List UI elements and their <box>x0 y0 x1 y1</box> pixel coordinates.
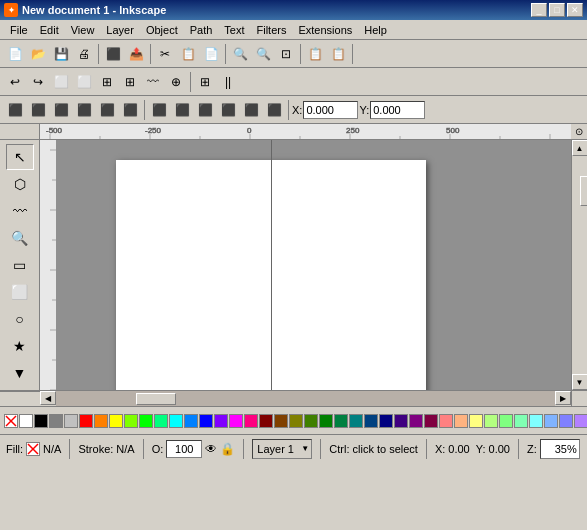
color-swatch[interactable] <box>79 414 93 428</box>
align-center-v[interactable]: ⬛ <box>240 99 262 121</box>
scroll-up-button[interactable]: ▲ <box>572 140 588 156</box>
menu-help[interactable]: Help <box>358 22 393 38</box>
color-swatch[interactable] <box>379 414 393 428</box>
export-button[interactable]: 📤 <box>125 43 147 65</box>
menu-path[interactable]: Path <box>184 22 219 38</box>
color-swatch[interactable] <box>454 414 468 428</box>
color-swatch[interactable] <box>394 414 408 428</box>
align-center-h[interactable]: ⬛ <box>171 99 193 121</box>
color-swatch[interactable] <box>229 414 243 428</box>
menu-file[interactable]: File <box>4 22 34 38</box>
cut-button[interactable]: ✂ <box>154 43 176 65</box>
star-tool-btn[interactable]: ★ <box>6 333 34 359</box>
print-button[interactable]: 🖨 <box>73 43 95 65</box>
color-swatch[interactable] <box>469 414 483 428</box>
color-swatch[interactable] <box>529 414 543 428</box>
menu-layer[interactable]: Layer <box>100 22 140 38</box>
color-swatch[interactable] <box>364 414 378 428</box>
tweak-tool-btn[interactable]: 〰 <box>6 198 34 224</box>
color-swatch[interactable] <box>19 414 33 428</box>
copy-button[interactable]: 📋 <box>177 43 199 65</box>
opacity-input[interactable] <box>166 440 202 458</box>
menu-filters[interactable]: Filters <box>251 22 293 38</box>
view-guides[interactable]: || <box>217 71 239 93</box>
color-swatch[interactable] <box>574 414 587 428</box>
scrollbar-vertical[interactable]: ▲ ▼ <box>571 140 587 390</box>
color-swatch[interactable] <box>244 414 258 428</box>
snap-nodes[interactable]: ↪ <box>27 71 49 93</box>
minimize-button[interactable]: _ <box>531 3 547 17</box>
y-coord-input[interactable] <box>370 101 425 119</box>
layer-selector[interactable]: Layer 1 ▼ <box>252 439 312 459</box>
menu-text[interactable]: Text <box>218 22 250 38</box>
menu-object[interactable]: Object <box>140 22 184 38</box>
view-grid[interactable]: ⊞ <box>194 71 216 93</box>
color-swatch[interactable] <box>289 414 303 428</box>
snap-grid[interactable]: ⊞ <box>119 71 141 93</box>
window-controls[interactable]: _ □ ✕ <box>531 3 583 17</box>
duplicate-button[interactable]: 📋 <box>304 43 326 65</box>
snap-path[interactable]: 〰 <box>142 71 164 93</box>
maximize-button[interactable]: □ <box>549 3 565 17</box>
raise-top-button[interactable]: ⬛ <box>96 99 118 121</box>
select-tool-btn[interactable]: ↖ <box>6 144 34 170</box>
color-swatch[interactable] <box>34 414 48 428</box>
color-swatch[interactable] <box>109 414 123 428</box>
lower-button[interactable]: ⬛ <box>73 99 95 121</box>
color-swatch[interactable] <box>94 414 108 428</box>
rect-tool-btn[interactable]: ▭ <box>6 252 34 278</box>
color-swatch[interactable] <box>409 414 423 428</box>
color-swatch[interactable] <box>544 414 558 428</box>
lock-icon[interactable]: 🔒 <box>220 442 235 456</box>
color-swatch[interactable] <box>169 414 183 428</box>
color-swatch[interactable] <box>559 414 573 428</box>
snap-indicator[interactable]: ⊙ <box>575 126 583 137</box>
color-swatch[interactable] <box>154 414 168 428</box>
paste-button[interactable]: 📄 <box>200 43 222 65</box>
color-swatch[interactable] <box>139 414 153 428</box>
import-button[interactable]: ⬛ <box>102 43 124 65</box>
align-top[interactable]: ⬛ <box>217 99 239 121</box>
zoom-fit-button[interactable]: ⊡ <box>275 43 297 65</box>
align-left[interactable]: ⬛ <box>148 99 170 121</box>
clone-button[interactable]: 📋 <box>327 43 349 65</box>
snap-guides[interactable]: ⊞ <box>96 71 118 93</box>
scroll-down-button[interactable]: ▼ <box>572 374 588 390</box>
new-button[interactable]: 📄 <box>4 43 26 65</box>
scroll-thumb-h[interactable] <box>136 393 176 405</box>
color-swatch[interactable] <box>439 414 453 428</box>
color-swatch[interactable] <box>124 414 138 428</box>
color-swatch[interactable] <box>64 414 78 428</box>
snap-bbox[interactable]: ⬜ <box>50 71 72 93</box>
fill-swatch[interactable] <box>26 442 40 456</box>
color-swatch[interactable] <box>484 414 498 428</box>
color-swatch[interactable] <box>334 414 348 428</box>
node-tool-btn[interactable]: ⬡ <box>6 171 34 197</box>
color-swatch[interactable] <box>184 414 198 428</box>
scroll-thumb-v[interactable] <box>580 176 588 206</box>
ungroup-button[interactable]: ⬛ <box>27 99 49 121</box>
group-button[interactable]: ⬛ <box>4 99 26 121</box>
color-swatch[interactable] <box>49 414 63 428</box>
x-coord-input[interactable] <box>303 101 358 119</box>
arrow-down-btn[interactable]: ▼ <box>6 360 34 386</box>
menu-edit[interactable]: Edit <box>34 22 65 38</box>
zoom-tool-btn[interactable]: 🔍 <box>6 225 34 251</box>
eye-icon[interactable]: 👁 <box>205 442 217 456</box>
color-swatch[interactable] <box>424 414 438 428</box>
no-color-swatch[interactable] <box>4 414 18 428</box>
zoom-in-button[interactable]: 🔍 <box>229 43 251 65</box>
snap-toggle[interactable]: ↩ <box>4 71 26 93</box>
color-swatch[interactable] <box>259 414 273 428</box>
color-swatch[interactable] <box>199 414 213 428</box>
color-swatch[interactable] <box>304 414 318 428</box>
color-swatch[interactable] <box>274 414 288 428</box>
open-button[interactable]: 📂 <box>27 43 49 65</box>
menu-extensions[interactable]: Extensions <box>292 22 358 38</box>
menu-view[interactable]: View <box>65 22 101 38</box>
save-button[interactable]: 💾 <box>50 43 72 65</box>
canvas[interactable] <box>56 140 571 390</box>
align-right[interactable]: ⬛ <box>194 99 216 121</box>
raise-button[interactable]: ⬛ <box>50 99 72 121</box>
color-swatch[interactable] <box>349 414 363 428</box>
